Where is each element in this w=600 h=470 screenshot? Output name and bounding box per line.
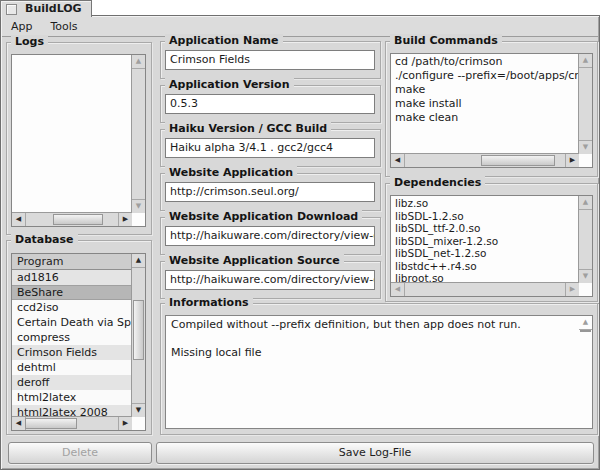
informations-textarea[interactable]: Compiled without --prefix definition, bu… (165, 315, 593, 429)
scroll-down-icon[interactable]: ▼ (579, 315, 592, 316)
scroll-up-icon[interactable]: ▲ (579, 316, 592, 330)
scroll-right-icon[interactable]: ▶ (565, 283, 579, 296)
scrollbar-thumb[interactable] (25, 418, 77, 429)
scroll-right-icon[interactable]: ▶ (118, 213, 132, 226)
dependencies-vscrollbar[interactable]: ▲ ▼ (578, 196, 592, 283)
dependencies-hscrollbar[interactable]: ◀ ▶ (391, 282, 579, 296)
dependencies-label: Dependencies (390, 176, 485, 189)
application-name-input[interactable]: Crimson Fields (165, 50, 375, 70)
list-item[interactable]: compress (12, 330, 132, 345)
scroll-up-icon[interactable]: ▲ (579, 54, 592, 68)
website-application-label: Website Application (165, 166, 297, 179)
scroll-down-icon[interactable]: ▼ (132, 403, 145, 417)
build-commands-hscrollbar[interactable]: ◀ ▶ (391, 153, 579, 167)
dependency-line: libz.so (391, 197, 579, 210)
scrollbar-thumb[interactable] (133, 300, 144, 361)
list-item[interactable]: dehtml (12, 360, 132, 375)
logs-hscrollbar[interactable]: ◀ ▶ (12, 212, 132, 226)
application-version-label: Application Version (165, 78, 294, 91)
close-button-icon[interactable] (6, 4, 17, 15)
haiku-version-input[interactable]: Haiku alpha 3/4.1 . gcc2/gcc4 (165, 138, 375, 158)
build-command-line: ./configure --prefix=/boot/apps/crimson-… (391, 69, 579, 83)
build-commands-label: Build Commands (390, 34, 502, 47)
website-application-input[interactable]: http://crimson.seul.org/ (165, 182, 375, 202)
scroll-up-icon[interactable]: ▲ (132, 55, 145, 69)
list-item[interactable]: Crimson Fields (12, 345, 132, 360)
scrollbar-thumb[interactable] (580, 330, 591, 332)
application-name-label: Application Name (165, 34, 283, 47)
website-source-input[interactable]: http://haikuware.com/directory/view-deta… (165, 270, 375, 290)
dependency-line: libSDL_mixer-1.2.so (391, 235, 579, 248)
logs-vscrollbar[interactable]: ▲ ▼ (131, 55, 145, 213)
scroll-right-icon[interactable]: ▶ (565, 154, 579, 167)
build-command-line: make (391, 83, 579, 97)
database-hscrollbar[interactable]: ◀ ▶ (12, 416, 132, 430)
logs-list[interactable]: ▲ ▼ ◀ ▶ (11, 54, 146, 227)
scroll-left-icon[interactable]: ◀ (12, 213, 26, 226)
application-version-input[interactable]: 0.5.3 (165, 94, 375, 114)
scrollbar-thumb[interactable] (53, 214, 103, 225)
haiku-version-label: Haiku Version / GCC Build (165, 122, 331, 135)
scroll-left-icon[interactable]: ◀ (391, 283, 405, 296)
delete-button[interactable]: Delete (8, 442, 152, 464)
dependency-line: libSDL_net-1.2.so (391, 247, 579, 260)
dependency-line: libSDL-1.2.so (391, 210, 579, 223)
scroll-up-icon[interactable]: ▲ (579, 196, 592, 210)
informations-label: Informations (165, 296, 253, 309)
build-commands-textarea[interactable]: cd /path/to/crimson ./configure --prefix… (390, 53, 593, 168)
scroll-down-icon[interactable]: ▼ (579, 269, 592, 283)
build-commands-content: cd /path/to/crimson ./configure --prefix… (391, 55, 579, 154)
database-vscrollbar[interactable]: ▲ ▼ (131, 254, 145, 417)
database-list-content: Program ad1816 BeShare ccd2iso Certain D… (12, 254, 132, 417)
save-log-file-button[interactable]: Save Log-File (156, 442, 594, 464)
window-tab[interactable]: BuildLOG (0, 0, 92, 17)
scroll-left-icon[interactable]: ◀ (391, 154, 405, 167)
database-list: Program ad1816 BeShare ccd2iso Certain D… (11, 253, 146, 431)
dependencies-textarea[interactable]: libz.so libSDL-1.2.so libSDL_ttf-2.0.so … (390, 195, 593, 297)
website-download-label: Website Application Download (165, 210, 362, 223)
scroll-left-icon[interactable]: ◀ (12, 417, 26, 430)
list-item[interactable]: ad1816 (12, 270, 132, 285)
list-item[interactable]: html2latex (12, 390, 132, 405)
scrollbar-thumb[interactable] (481, 155, 554, 166)
build-commands-vscrollbar[interactable]: ▲ ▼ (578, 54, 592, 154)
list-item[interactable]: Certain Death via Space (12, 315, 132, 330)
website-source-label: Website Application Source (165, 254, 344, 267)
menu-tools[interactable]: Tools (42, 17, 87, 36)
scroll-down-icon[interactable]: ▼ (132, 199, 145, 213)
build-command-line: make install (391, 97, 579, 111)
scroll-up-icon[interactable]: ▲ (132, 254, 145, 268)
build-command-line: make clean (391, 111, 579, 125)
logs-group-label: Logs (11, 35, 48, 48)
scroll-down-icon[interactable]: ▼ (579, 140, 592, 154)
list-item-selected[interactable]: BeShare (12, 285, 132, 300)
dependencies-content: libz.so libSDL-1.2.so libSDL_ttf-2.0.so … (391, 197, 579, 283)
database-column-header[interactable]: Program (12, 254, 132, 270)
screen: BuildLOG App Tools Logs ▲ ▼ ◀ ▶ Database… (0, 0, 600, 470)
dependency-line: libstdc++.r4.so (391, 260, 579, 273)
list-item[interactable]: deroff (12, 375, 132, 390)
website-download-input[interactable]: http://haikuware.com/directory/view-deta… (165, 226, 375, 246)
dependency-line: libSDL_ttf-2.0.so (391, 222, 579, 235)
database-group-label: Database (11, 233, 78, 246)
build-command-line: cd /path/to/crimson (391, 55, 579, 69)
menu-app[interactable]: App (2, 17, 42, 36)
list-item[interactable]: ccd2iso (12, 300, 132, 315)
scroll-right-icon[interactable]: ▶ (118, 417, 132, 430)
menu-bar: App Tools (2, 17, 598, 37)
window-title: BuildLOG (25, 2, 82, 15)
informations-text: Compiled without --prefix definition, bu… (166, 316, 579, 428)
